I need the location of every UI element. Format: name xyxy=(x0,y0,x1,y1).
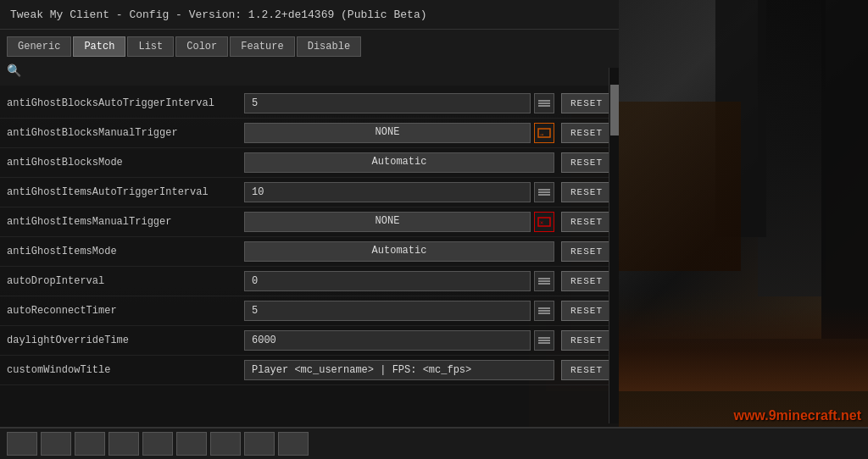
reset-button-4[interactable]: RESET xyxy=(561,212,612,232)
config-icon-3[interactable] xyxy=(534,182,554,202)
keybind-x-icon-4[interactable]: ✕ xyxy=(534,212,554,232)
setting-name-4: antiGhostItemsManualTrigger xyxy=(7,216,244,228)
keybind-icon-1[interactable]: → xyxy=(534,123,554,143)
setting-input-0[interactable] xyxy=(244,93,531,113)
svg-rect-0 xyxy=(538,100,550,102)
tab-generic[interactable]: Generic xyxy=(7,36,71,57)
tab-color[interactable]: Color xyxy=(175,36,228,57)
setting-input-8[interactable] xyxy=(244,330,531,351)
taskbar-item-5[interactable] xyxy=(142,432,173,456)
setting-name-7: autoReconnectTimer xyxy=(7,305,244,317)
svg-rect-13 xyxy=(538,307,550,309)
svg-rect-12 xyxy=(538,283,550,285)
tab-list[interactable]: List xyxy=(127,36,174,57)
setting-input-3[interactable] xyxy=(244,182,531,202)
svg-rect-16 xyxy=(538,337,550,339)
setting-input-7[interactable] xyxy=(244,301,531,321)
taskbar-item-6[interactable] xyxy=(176,432,207,456)
setting-name-6: autoDropInterval xyxy=(7,275,244,287)
reset-button-3[interactable]: RESET xyxy=(561,182,612,202)
svg-text:→: → xyxy=(540,131,543,138)
taskbar-item-1[interactable] xyxy=(7,432,37,456)
svg-rect-17 xyxy=(538,340,550,341)
taskbar xyxy=(0,427,868,459)
svg-rect-14 xyxy=(538,310,550,312)
setting-input-6[interactable] xyxy=(244,271,531,291)
setting-name-9: customWindowTitle xyxy=(7,364,244,376)
reset-button-1[interactable]: RESET xyxy=(561,123,612,143)
table-row: antiGhostBlocksManualTrigger NONE → RESE… xyxy=(0,119,619,148)
scrollbar-thumb[interactable] xyxy=(610,85,619,135)
reset-button-5[interactable]: RESET xyxy=(561,241,612,262)
table-row: antiGhostItemsMode Automatic RESET xyxy=(0,237,619,267)
reset-button-9[interactable]: RESET xyxy=(561,360,612,380)
setting-dropdown-1[interactable]: NONE xyxy=(244,123,531,143)
taskbar-item-4[interactable] xyxy=(108,432,139,456)
reset-button-2[interactable]: RESET xyxy=(561,152,612,173)
search-bar: 🔍 xyxy=(0,57,619,86)
svg-rect-15 xyxy=(538,312,550,314)
settings-list: antiGhostBlocksAutoTriggerInterval RESET… xyxy=(0,86,619,459)
svg-rect-7 xyxy=(538,194,550,196)
svg-rect-5 xyxy=(538,189,550,191)
svg-rect-18 xyxy=(538,342,550,344)
config-icon-6[interactable] xyxy=(534,271,554,291)
table-row: daylightOverrideTime RESET xyxy=(0,326,619,356)
reset-button-0[interactable]: RESET xyxy=(561,93,612,113)
svg-text:✕: ✕ xyxy=(540,219,543,226)
setting-name-5: antiGhostItemsMode xyxy=(7,246,244,257)
setting-name-2: antiGhostBlocksMode xyxy=(7,157,244,169)
setting-input-9[interactable] xyxy=(244,360,554,380)
table-row: antiGhostBlocksMode Automatic RESET xyxy=(0,148,619,178)
svg-rect-10 xyxy=(538,278,550,279)
setting-dropdown-5[interactable]: Automatic xyxy=(244,241,554,262)
svg-rect-1 xyxy=(538,102,550,104)
reset-button-6[interactable]: RESET xyxy=(561,271,612,291)
config-icon-7[interactable] xyxy=(534,301,554,321)
watermark: www.9minecraft.net xyxy=(733,408,861,423)
table-row: autoDropInterval RESET xyxy=(0,267,619,296)
table-row: antiGhostItemsManualTrigger NONE ✕ RESET xyxy=(0,207,619,237)
setting-name-3: antiGhostItemsAutoTriggerInterval xyxy=(7,186,244,198)
taskbar-item-2[interactable] xyxy=(41,432,71,456)
taskbar-item-8[interactable] xyxy=(244,432,275,456)
taskbar-item-3[interactable] xyxy=(75,432,105,456)
table-row: customWindowTitle RESET xyxy=(0,356,619,385)
search-icon[interactable]: 🔍 xyxy=(7,64,21,78)
setting-name-1: antiGhostBlocksManualTrigger xyxy=(7,127,244,139)
table-row: antiGhostBlocksAutoTriggerInterval RESET xyxy=(0,89,619,119)
tab-disable[interactable]: Disable xyxy=(297,36,361,57)
tab-bar: Generic Patch List Color Feature Disable xyxy=(0,30,619,57)
svg-rect-2 xyxy=(538,105,550,107)
title-bar: Tweak My Client - Config - Version: 1.2.… xyxy=(0,0,619,30)
app-title: Tweak My Client - Config - Version: 1.2.… xyxy=(10,8,426,21)
config-icon-8[interactable] xyxy=(534,330,554,351)
tab-patch[interactable]: Patch xyxy=(73,36,125,57)
taskbar-item-9[interactable] xyxy=(278,432,309,456)
svg-rect-11 xyxy=(538,280,550,282)
reset-button-8[interactable]: RESET xyxy=(561,330,612,351)
setting-dropdown-4[interactable]: NONE xyxy=(244,212,531,232)
taskbar-item-7[interactable] xyxy=(210,432,241,456)
reset-button-7[interactable]: RESET xyxy=(561,301,612,321)
config-icon-0[interactable] xyxy=(534,93,554,113)
setting-name-0: antiGhostBlocksAutoTriggerInterval xyxy=(7,97,244,109)
tab-feature[interactable]: Feature xyxy=(230,36,294,57)
setting-dropdown-2[interactable]: Automatic xyxy=(244,152,554,173)
table-row: autoReconnectTimer RESET xyxy=(0,296,619,326)
svg-rect-6 xyxy=(538,191,550,193)
table-row: antiGhostItemsAutoTriggerInterval RESET xyxy=(0,178,619,207)
setting-name-8: daylightOverrideTime xyxy=(7,335,244,346)
